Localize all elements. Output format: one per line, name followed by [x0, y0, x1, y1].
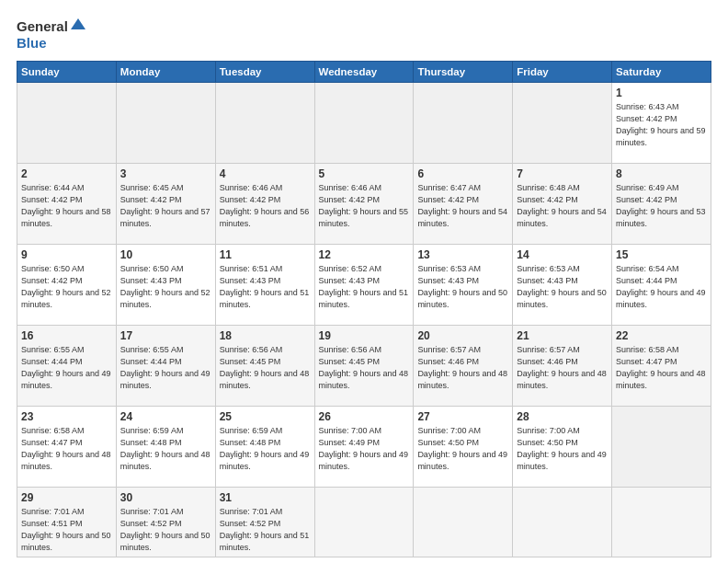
day-number: 23: [21, 410, 112, 423]
day-number: 13: [417, 248, 508, 261]
day-info: Sunrise: 6:44 AMSunset: 4:42 PMDaylight:…: [21, 182, 112, 230]
calendar-cell: 4Sunrise: 6:46 AMSunset: 4:42 PMDaylight…: [215, 164, 314, 245]
day-info: Sunrise: 6:58 AMSunset: 4:47 PMDaylight:…: [21, 425, 112, 473]
calendar-cell: 15Sunrise: 6:54 AMSunset: 4:44 PMDayligh…: [612, 245, 711, 326]
logo-general: General: [17, 18, 68, 34]
calendar-header-row: SundayMondayTuesdayWednesdayThursdayFrid…: [17, 62, 711, 83]
calendar-cell: 2Sunrise: 6:44 AMSunset: 4:42 PMDaylight…: [17, 164, 117, 245]
header: General Blue: [17, 17, 711, 52]
calendar-cell: 3Sunrise: 6:45 AMSunset: 4:42 PMDaylight…: [116, 164, 215, 245]
calendar-cell: [314, 83, 414, 164]
col-header-sunday: Sunday: [17, 62, 117, 83]
calendar-cell: [17, 83, 117, 164]
day-info: Sunrise: 6:52 AMSunset: 4:43 PMDaylight:…: [319, 263, 410, 311]
calendar-cell: 12Sunrise: 6:52 AMSunset: 4:43 PMDayligh…: [314, 245, 414, 326]
day-info: Sunrise: 6:53 AMSunset: 4:43 PMDaylight:…: [517, 263, 608, 311]
calendar-cell: 26Sunrise: 7:00 AMSunset: 4:49 PMDayligh…: [314, 407, 414, 488]
calendar-cell: 1Sunrise: 6:43 AMSunset: 4:42 PMDaylight…: [612, 83, 711, 164]
day-info: Sunrise: 6:58 AMSunset: 4:47 PMDaylight:…: [616, 344, 707, 392]
day-info: Sunrise: 6:49 AMSunset: 4:42 PMDaylight:…: [616, 182, 707, 230]
day-info: Sunrise: 6:46 AMSunset: 4:42 PMDaylight:…: [319, 182, 410, 230]
col-header-saturday: Saturday: [612, 62, 711, 83]
day-number: 2: [21, 167, 112, 180]
day-number: 28: [517, 410, 608, 423]
calendar-cell: 19Sunrise: 6:56 AMSunset: 4:45 PMDayligh…: [314, 326, 414, 407]
day-info: Sunrise: 6:59 AMSunset: 4:48 PMDaylight:…: [220, 425, 311, 473]
day-number: 24: [120, 410, 211, 423]
calendar-cell: 28Sunrise: 7:00 AMSunset: 4:50 PMDayligh…: [513, 407, 612, 488]
calendar-cell: 10Sunrise: 6:50 AMSunset: 4:43 PMDayligh…: [116, 245, 215, 326]
day-number: 10: [120, 248, 211, 261]
calendar-week-row: 2Sunrise: 6:44 AMSunset: 4:42 PMDaylight…: [17, 164, 711, 245]
col-header-friday: Friday: [513, 62, 612, 83]
day-number: 4: [220, 167, 311, 180]
calendar-cell: [513, 83, 612, 164]
day-info: Sunrise: 7:01 AMSunset: 4:52 PMDaylight:…: [120, 506, 211, 554]
calendar-cell: 16Sunrise: 6:55 AMSunset: 4:44 PMDayligh…: [17, 326, 117, 407]
day-info: Sunrise: 7:01 AMSunset: 4:52 PMDaylight:…: [220, 506, 311, 554]
day-info: Sunrise: 6:43 AMSunset: 4:42 PMDaylight:…: [616, 101, 707, 149]
calendar-cell: 31Sunrise: 7:01 AMSunset: 4:52 PMDayligh…: [215, 488, 314, 557]
day-number: 12: [319, 248, 410, 261]
day-number: 5: [319, 167, 410, 180]
logo: General Blue: [17, 17, 88, 52]
day-number: 16: [21, 329, 112, 342]
calendar-cell: 18Sunrise: 6:56 AMSunset: 4:45 PMDayligh…: [215, 326, 314, 407]
calendar-cell: 22Sunrise: 6:58 AMSunset: 4:47 PMDayligh…: [612, 326, 711, 407]
calendar-cell: 29Sunrise: 7:01 AMSunset: 4:51 PMDayligh…: [17, 488, 117, 557]
col-header-tuesday: Tuesday: [215, 62, 314, 83]
calendar-cell: [116, 83, 215, 164]
calendar-cell: 11Sunrise: 6:51 AMSunset: 4:43 PMDayligh…: [215, 245, 314, 326]
day-info: Sunrise: 7:01 AMSunset: 4:51 PMDaylight:…: [21, 506, 112, 554]
calendar-cell: 5Sunrise: 6:46 AMSunset: 4:42 PMDaylight…: [314, 164, 414, 245]
calendar-cell: [612, 407, 711, 488]
calendar-cell: 23Sunrise: 6:58 AMSunset: 4:47 PMDayligh…: [17, 407, 117, 488]
day-number: 14: [517, 248, 608, 261]
day-number: 9: [21, 248, 112, 261]
day-info: Sunrise: 6:48 AMSunset: 4:42 PMDaylight:…: [517, 182, 608, 230]
day-info: Sunrise: 6:55 AMSunset: 4:44 PMDaylight:…: [21, 344, 112, 392]
calendar-week-row: 16Sunrise: 6:55 AMSunset: 4:44 PMDayligh…: [17, 326, 711, 407]
day-info: Sunrise: 7:00 AMSunset: 4:50 PMDaylight:…: [417, 425, 508, 473]
day-number: 29: [21, 491, 112, 504]
day-number: 21: [517, 329, 608, 342]
day-number: 6: [417, 167, 508, 180]
calendar-cell: [314, 488, 414, 557]
day-number: 22: [616, 329, 707, 342]
calendar-table: SundayMondayTuesdayWednesdayThursdayFrid…: [17, 61, 711, 557]
day-number: 27: [417, 410, 508, 423]
day-number: 3: [120, 167, 211, 180]
calendar-week-row: 29Sunrise: 7:01 AMSunset: 4:51 PMDayligh…: [17, 488, 711, 557]
calendar-cell: [513, 488, 612, 557]
calendar-cell: [414, 83, 513, 164]
day-info: Sunrise: 7:00 AMSunset: 4:50 PMDaylight:…: [517, 425, 608, 473]
day-info: Sunrise: 6:46 AMSunset: 4:42 PMDaylight:…: [220, 182, 311, 230]
calendar-cell: 20Sunrise: 6:57 AMSunset: 4:46 PMDayligh…: [414, 326, 513, 407]
day-info: Sunrise: 7:00 AMSunset: 4:49 PMDaylight:…: [319, 425, 410, 473]
calendar-cell: 21Sunrise: 6:57 AMSunset: 4:46 PMDayligh…: [513, 326, 612, 407]
calendar-cell: 9Sunrise: 6:50 AMSunset: 4:42 PMDaylight…: [17, 245, 117, 326]
calendar-cell: 6Sunrise: 6:47 AMSunset: 4:42 PMDaylight…: [414, 164, 513, 245]
day-info: Sunrise: 6:53 AMSunset: 4:43 PMDaylight:…: [417, 263, 508, 311]
day-number: 1: [616, 86, 707, 99]
calendar-cell: 27Sunrise: 7:00 AMSunset: 4:50 PMDayligh…: [414, 407, 513, 488]
day-number: 15: [616, 248, 707, 261]
calendar-week-row: 23Sunrise: 6:58 AMSunset: 4:47 PMDayligh…: [17, 407, 711, 488]
logo-blue: Blue: [17, 35, 47, 51]
calendar-cell: 30Sunrise: 7:01 AMSunset: 4:52 PMDayligh…: [116, 488, 215, 557]
calendar-cell: [215, 83, 314, 164]
calendar-cell: 24Sunrise: 6:59 AMSunset: 4:48 PMDayligh…: [116, 407, 215, 488]
calendar-cell: 25Sunrise: 6:59 AMSunset: 4:48 PMDayligh…: [215, 407, 314, 488]
calendar-cell: 17Sunrise: 6:55 AMSunset: 4:44 PMDayligh…: [116, 326, 215, 407]
day-number: 18: [220, 329, 311, 342]
day-info: Sunrise: 6:50 AMSunset: 4:43 PMDaylight:…: [120, 263, 211, 311]
day-info: Sunrise: 6:50 AMSunset: 4:42 PMDaylight:…: [21, 263, 112, 311]
day-number: 19: [319, 329, 410, 342]
day-number: 11: [220, 248, 311, 261]
day-info: Sunrise: 6:56 AMSunset: 4:45 PMDaylight:…: [319, 344, 410, 392]
calendar-week-row: 9Sunrise: 6:50 AMSunset: 4:42 PMDaylight…: [17, 245, 711, 326]
col-header-thursday: Thursday: [414, 62, 513, 83]
day-info: Sunrise: 6:45 AMSunset: 4:42 PMDaylight:…: [120, 182, 211, 230]
day-info: Sunrise: 6:47 AMSunset: 4:42 PMDaylight:…: [417, 182, 508, 230]
calendar-cell: 14Sunrise: 6:53 AMSunset: 4:43 PMDayligh…: [513, 245, 612, 326]
